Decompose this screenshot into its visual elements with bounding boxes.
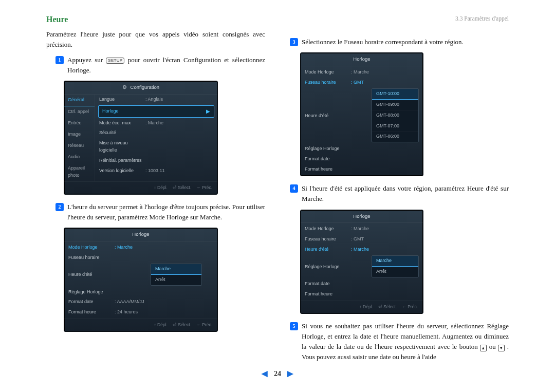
osd-row[interactable]: Format date <box>301 154 423 164</box>
osd-row[interactable]: Fuseau horaire: GMT <box>301 234 423 245</box>
step-3: 3 Sélectionnez le Fuseau horaire corresp… <box>290 37 509 47</box>
osd-row[interactable]: Sécurité <box>95 128 217 138</box>
osd-row[interactable]: Format heure <box>301 164 423 175</box>
osd-row[interactable]: Réglage Horloge <box>301 144 423 154</box>
breadcrumb: 3.3 Paramètres d'appel <box>455 14 509 24</box>
osd-title-text: Configuration <box>131 84 160 90</box>
osd-row[interactable]: Mise à niveau logicielle <box>95 138 217 156</box>
text-frag: Si vous ne souhaitez pas utiliser l'heur… <box>302 322 509 350</box>
step-badge: 1 <box>55 56 64 64</box>
page-number: 24 <box>274 368 281 380</box>
osd-dropdown[interactable]: Marche Arrêt <box>372 255 419 277</box>
osd-row[interactable]: Mode Horloge: Marche <box>301 67 423 78</box>
step-text: Si l'heure d'été est appliquée dans votr… <box>302 183 509 204</box>
osd-row[interactable]: Heure d'été: Marche <box>301 245 423 255</box>
osd-horloge-fuseau: Horloge Mode Horloge: Marche Fuseau hora… <box>300 52 423 176</box>
osd-row[interactable]: Réglage Horloge <box>64 287 217 297</box>
dropdown-option[interactable]: GMT-08:00 <box>372 110 418 121</box>
step-badge: 3 <box>290 38 298 46</box>
gear-icon: ⚙ <box>122 84 127 90</box>
right-column: 3 Sélectionnez le Fuseau horaire corresp… <box>290 13 509 366</box>
step-1: 1 Appuyez sur SETUP pour ouvrir l'écran … <box>55 55 265 76</box>
osd-tab[interactable]: Appareil photo <box>64 163 95 181</box>
osd-row[interactable]: Heure d'été Marche Arrêt <box>64 263 217 287</box>
dropdown-option[interactable]: GMT-09:00 <box>372 99 418 110</box>
step-5: 5 Si vous ne souhaitez pas utiliser l'he… <box>290 321 509 363</box>
osd-main: Langue: Anglais Horloge▶ Mode éco. max: … <box>95 95 217 181</box>
arrow-up-key-icon: ▴ <box>480 345 487 351</box>
osd-row[interactable]: Format heure: 24 heures <box>64 307 217 318</box>
intro-text: Paramétrez l'heure juste pour que vos ap… <box>46 29 265 50</box>
osd-tab[interactable]: Audio <box>64 152 95 163</box>
next-page-button[interactable]: ▶ <box>287 368 293 380</box>
arrow-down-key-icon: ▾ <box>498 345 505 351</box>
section-title: Heure <box>46 13 265 26</box>
osd-footer: ↕ Dépl.⏎ Sélect.← Préc. <box>64 181 217 194</box>
osd-row[interactable]: Fuseau horaire: GMT <box>301 78 423 88</box>
osd-row[interactable]: Fuseau horaire <box>64 253 217 263</box>
osd-sidebar: Général Ctrl. appel Entrée Image Réseau … <box>64 95 95 181</box>
osd-row[interactable]: Format heure <box>301 289 423 300</box>
osd-horloge-ete: Horloge Mode Horloge: Marche Fuseau hora… <box>300 210 423 314</box>
osd-dropdown[interactable]: GMT-10:00 GMT-09:00 GMT-08:00 GMT-07:00 … <box>372 88 419 143</box>
osd-tab[interactable]: Image <box>64 129 95 140</box>
step-badge: 4 <box>290 184 298 193</box>
setup-key-icon: SETUP <box>106 58 124 64</box>
osd-title: Horloge <box>301 210 423 223</box>
osd-title: Horloge <box>64 228 217 241</box>
osd-footer: ↕ Dépl.⏎ Sélect.← Préc. <box>64 319 217 331</box>
text-frag: ou <box>489 343 498 350</box>
osd-title: Horloge <box>301 53 423 66</box>
osd-row[interactable]: Heure d'été GMT-10:00 GMT-09:00 GMT-08:0… <box>301 88 423 144</box>
osd-row[interactable]: Mode Horloge: Marche <box>64 242 217 253</box>
osd-tab[interactable]: Réseau <box>64 140 95 152</box>
osd-footer: ↕ Dépl.⏎ Sélect.← Préc. <box>301 301 423 313</box>
osd-row[interactable]: Mode éco. max: Marche <box>95 118 217 128</box>
dropdown-option[interactable]: Arrêt <box>372 266 418 277</box>
osd-row[interactable]: Mode Horloge: Marche <box>301 224 423 234</box>
osd-horloge-mode: Horloge Mode Horloge: Marche Fuseau hora… <box>64 228 218 332</box>
osd-row[interactable]: Version logicielle: 1003.11 <box>95 166 217 176</box>
dropdown-option[interactable]: Marche <box>151 264 202 275</box>
step-text: Si vous ne souhaitez pas utiliser l'heur… <box>302 321 509 363</box>
page-nav: ◀ 24 ▶ <box>0 368 555 380</box>
osd-configuration: ⚙ Configuration Général Ctrl. appel Entr… <box>64 81 218 194</box>
dropdown-option[interactable]: GMT-07:00 <box>372 121 418 132</box>
step-2: 2 L'heure du serveur permet à l'horloge … <box>55 202 265 222</box>
prev-page-button[interactable]: ◀ <box>262 368 268 380</box>
dropdown-option[interactable]: Arrêt <box>151 274 201 285</box>
osd-dropdown[interactable]: Marche Arrêt <box>151 264 202 286</box>
osd-title: ⚙ Configuration <box>64 81 217 95</box>
osd-row[interactable]: Réinitial. paramètres <box>95 156 217 166</box>
left-column: Heure Paramétrez l'heure juste pour que … <box>46 13 265 366</box>
osd-tab[interactable]: Général <box>64 95 95 106</box>
dropdown-option[interactable]: GMT-10:00 <box>372 88 419 100</box>
dropdown-option[interactable]: Marche <box>372 255 419 267</box>
osd-row[interactable]: Format date: AAAA/MM/JJ <box>64 297 217 307</box>
chevron-right-icon: ▶ <box>206 107 210 116</box>
step-text: Sélectionnez le Fuseau horaire correspon… <box>302 37 509 47</box>
osd-tab[interactable]: Entrée <box>64 118 95 129</box>
page-body: Heure Paramétrez l'heure juste pour que … <box>0 0 555 366</box>
osd-row[interactable]: Format date <box>301 279 423 289</box>
step-text: Appuyez sur SETUP pour ouvrir l'écran Co… <box>67 55 265 76</box>
osd-row[interactable]: Langue: Anglais <box>95 95 217 105</box>
osd-row[interactable]: Réglage Horloge Marche Arrêt <box>301 255 423 279</box>
step-badge: 5 <box>290 322 298 330</box>
step-4: 4 Si l'heure d'été est appliquée dans vo… <box>290 183 509 204</box>
osd-tab[interactable]: Ctrl. appel <box>64 106 95 118</box>
text-frag: Appuyez sur <box>67 56 106 64</box>
osd-row-selected[interactable]: Horloge▶ <box>98 105 214 118</box>
step-text: L'heure du serveur permet à l'horloge d'… <box>67 202 265 222</box>
dropdown-option[interactable]: GMT-06:00 <box>372 131 418 142</box>
step-badge: 2 <box>55 203 64 211</box>
